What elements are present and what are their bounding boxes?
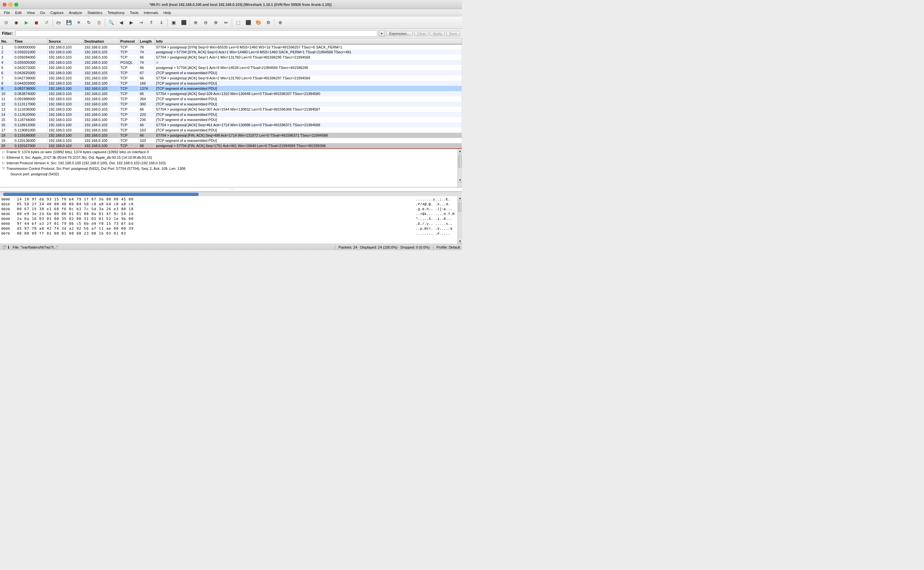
- table-row[interactable]: 190.120136000192.168.0.103192.168.0.100T…: [0, 138, 462, 143]
- table-row[interactable]: 100.083874000192.168.0.103192.168.0.100T…: [0, 91, 462, 96]
- scrollbar-thumb[interactable]: [459, 155, 462, 168]
- zoom-normal-button[interactable]: ⊗: [211, 18, 221, 27]
- table-cell: 18: [0, 133, 13, 138]
- display-filter-button[interactable]: ⬛: [243, 18, 253, 27]
- restart-capture-button[interactable]: ↺: [42, 18, 51, 27]
- clear-button[interactable]: Clear: [414, 31, 428, 36]
- col-source[interactable]: Source: [47, 38, 83, 44]
- zoom-in-button[interactable]: ⊕: [191, 18, 201, 27]
- table-cell: 192.168.0.100: [47, 65, 83, 70]
- interface-list-button[interactable]: ⊙: [1, 18, 11, 27]
- maximize-button[interactable]: [14, 3, 18, 6]
- menu-tools[interactable]: Tools: [127, 10, 141, 15]
- colorize3-button[interactable]: 🎨: [253, 18, 263, 27]
- scrollbar-up-arrow[interactable]: ▲: [458, 149, 462, 153]
- table-cell: 192.168.0.103: [47, 112, 83, 117]
- goto-button[interactable]: ⇒: [137, 18, 146, 27]
- filter-input[interactable]: [15, 30, 377, 37]
- menu-analyze[interactable]: Analyze: [66, 10, 84, 15]
- table-row[interactable]: 180.119186000192.168.0.100192.168.0.103T…: [0, 133, 462, 138]
- save-button[interactable]: Save: [446, 31, 460, 36]
- h-scrollbar-thumb[interactable]: [3, 193, 199, 196]
- expand-ip-icon[interactable]: ▷: [1, 161, 6, 165]
- menu-statistics[interactable]: Statistics: [84, 10, 105, 15]
- table-row[interactable]: 110.091988000192.168.0.103192.168.0.100T…: [0, 96, 462, 101]
- table-cell: 192.168.0.100: [83, 138, 119, 143]
- print-button[interactable]: ⎙: [94, 18, 104, 27]
- menu-help[interactable]: Help: [161, 10, 174, 15]
- table-row[interactable]: 60.042625000192.168.0.100192.168.0.103TC…: [0, 70, 462, 75]
- forward-button[interactable]: ▶: [126, 18, 136, 27]
- table-row[interactable]: 80.044203000192.168.0.103192.168.0.100TC…: [0, 81, 462, 86]
- reload-button[interactable]: ↻: [84, 18, 94, 27]
- open-file-button[interactable]: 🗁: [54, 18, 63, 27]
- col-info[interactable]: Info: [155, 38, 462, 44]
- table-row[interactable]: 140.113520000192.168.0.103192.168.0.100T…: [0, 112, 462, 117]
- expression-button[interactable]: Expression...: [387, 31, 413, 36]
- menu-capture[interactable]: Capture: [48, 10, 66, 15]
- window-controls[interactable]: [3, 3, 18, 6]
- filter-dropdown-button[interactable]: ▾: [379, 30, 385, 37]
- minimize-button[interactable]: [8, 3, 12, 6]
- table-row[interactable]: 10.000000000192.168.0.103192.168.0.100TC…: [0, 44, 462, 49]
- colorize-button[interactable]: ▣: [169, 18, 178, 27]
- scrollbar-down-arrow[interactable]: ▼: [458, 178, 462, 182]
- colorize2-button[interactable]: ⬛: [179, 18, 189, 27]
- back-button[interactable]: ◀: [116, 18, 126, 27]
- expand-tcp-icon[interactable]: ▽: [1, 166, 6, 171]
- find-button[interactable]: 🔍: [106, 18, 116, 27]
- close-file-button[interactable]: ✕: [74, 18, 84, 27]
- detail-row-srcport[interactable]: Source port: postgresql (5432): [0, 171, 457, 177]
- horizontal-scrollbar[interactable]: [0, 192, 462, 196]
- table-row[interactable]: 90.083738000192.168.0.100192.168.0.103TC…: [0, 86, 462, 91]
- table-row[interactable]: 20.039201000192.168.0.100192.168.0.103TC…: [0, 49, 462, 55]
- table-row[interactable]: 160.118912000192.168.0.100192.168.0.103T…: [0, 122, 462, 127]
- hex-scroll-down[interactable]: ▼: [458, 239, 462, 244]
- menu-go[interactable]: Go: [37, 10, 48, 15]
- menu-telephony[interactable]: Telephony: [105, 10, 127, 15]
- menu-internals[interactable]: Internals: [141, 10, 161, 15]
- detail-row-frame[interactable]: ▷ Frame 9: 1374 bytes on wire (10992 bit…: [0, 149, 457, 155]
- zoom-out-button[interactable]: ⊖: [201, 18, 211, 27]
- capture-filter-button[interactable]: ⬚: [233, 18, 243, 27]
- hex-scroll-thumb[interactable]: [459, 202, 462, 212]
- detail-row-tcp[interactable]: ▽ Transmission Control Protocol, Src Por…: [0, 165, 457, 171]
- col-destination[interactable]: Destination: [83, 38, 119, 44]
- table-row[interactable]: 150.118744000192.168.0.103192.168.0.100T…: [0, 117, 462, 122]
- table-row[interactable]: 200.120167000192.168.0.103192.168.0.100T…: [0, 143, 462, 149]
- menu-file[interactable]: File: [1, 10, 13, 15]
- preferences-button[interactable]: ⚙: [263, 18, 273, 27]
- resize-columns-button[interactable]: ⇔: [221, 18, 231, 27]
- last-packet-button[interactable]: ⇓: [157, 18, 166, 27]
- col-length[interactable]: Length: [138, 38, 155, 44]
- col-no[interactable]: No.: [0, 38, 13, 44]
- table-cell: [TCP segment of a reassembled PDU]: [155, 127, 462, 133]
- hex-scroll-up[interactable]: ▲: [458, 196, 462, 201]
- table-row[interactable]: 130.113336000192.168.0.100192.168.0.103T…: [0, 107, 462, 112]
- hex-scrollbar-v[interactable]: ▲ ▼: [457, 196, 462, 244]
- col-protocol[interactable]: Protocol: [119, 38, 138, 44]
- first-packet-button[interactable]: ⇑: [146, 18, 156, 27]
- col-time[interactable]: Time: [13, 38, 47, 44]
- start-capture-button[interactable]: ◉: [11, 18, 21, 27]
- table-row[interactable]: 30.039284000192.168.0.103192.168.0.100TC…: [0, 55, 462, 60]
- detail-row-ethernet[interactable]: ▷ Ethernet II, Src: Apple_1f:07:3b (f0:b…: [0, 155, 457, 160]
- expand-ethernet-icon[interactable]: ▷: [1, 155, 6, 160]
- menu-view[interactable]: View: [24, 10, 37, 15]
- table-cell: 7: [0, 75, 13, 81]
- table-row[interactable]: 120.113117000192.168.0.103192.168.0.100T…: [0, 101, 462, 107]
- stop-capture-button[interactable]: ◼: [32, 18, 41, 27]
- save-file-button[interactable]: 💾: [64, 18, 74, 27]
- help-button[interactable]: ⊕: [275, 18, 285, 27]
- table-row[interactable]: 170.119081000192.168.0.103192.168.0.100T…: [0, 127, 462, 133]
- menu-edit[interactable]: Edit: [13, 10, 25, 15]
- detail-row-ip[interactable]: ▷ Internet Protocol Version 4, Src: 192.…: [0, 160, 457, 165]
- capture-options-button[interactable]: ▶: [21, 18, 31, 27]
- expand-frame-icon[interactable]: ▷: [1, 150, 6, 154]
- table-row[interactable]: 40.039305000192.168.0.103192.168.0.100PG…: [0, 60, 462, 65]
- details-scrollbar[interactable]: ▲ ▼: [457, 149, 462, 187]
- table-row[interactable]: 70.042739000192.168.0.103192.168.0.100TC…: [0, 75, 462, 81]
- close-button[interactable]: [3, 3, 6, 6]
- table-row[interactable]: 50.042072000192.168.0.100192.168.0.103TC…: [0, 65, 462, 70]
- apply-button[interactable]: Apply: [430, 31, 445, 36]
